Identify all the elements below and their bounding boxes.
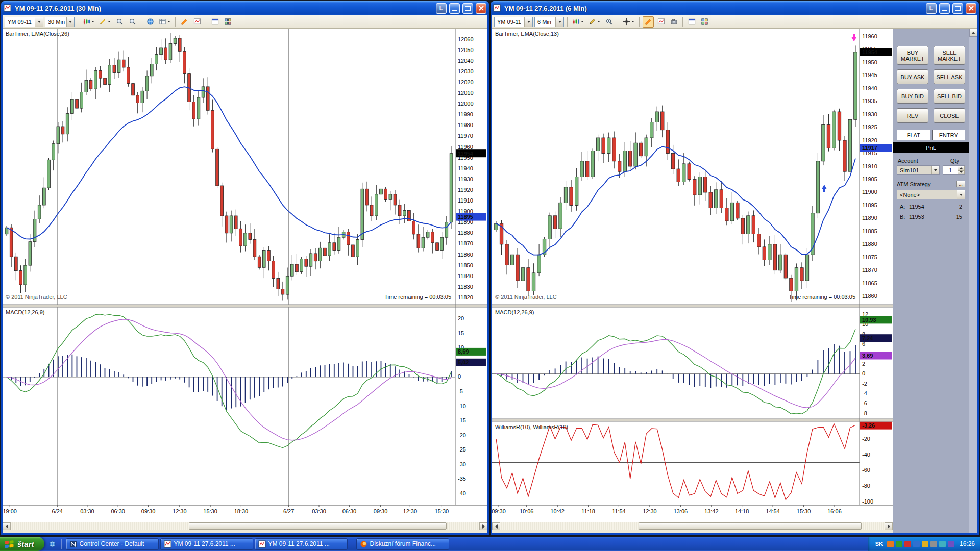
grid-button[interactable] bbox=[222, 16, 233, 28]
qty-increment-button[interactable] bbox=[958, 166, 965, 170]
chart-plot-area[interactable]: 1182011830118401185011860118701188011890… bbox=[3, 29, 487, 522]
scrollbar-thumb[interactable] bbox=[639, 522, 862, 530]
link-window-button[interactable]: L bbox=[436, 3, 447, 14]
panel-layout-button[interactable] bbox=[209, 16, 220, 28]
candle-down bbox=[639, 143, 643, 156]
maximize-button[interactable] bbox=[462, 3, 473, 14]
scrollbar-track[interactable] bbox=[500, 522, 885, 530]
sell-bid-button[interactable]: SELL BID bbox=[934, 89, 965, 104]
language-indicator[interactable]: SK bbox=[873, 540, 885, 548]
entry-indicator[interactable]: ENTRY bbox=[932, 130, 966, 140]
browser-quick-launch-icon[interactable] bbox=[48, 540, 56, 548]
task-button[interactable]: YM 09-11 27.6.2011 ... bbox=[160, 538, 253, 550]
scrollbar-thumb[interactable] bbox=[189, 522, 447, 530]
horizontal-scrollbar[interactable] bbox=[3, 522, 487, 530]
chart-style-button[interactable] bbox=[571, 16, 585, 28]
start-button[interactable]: štart bbox=[0, 537, 44, 551]
display-tray-icon[interactable] bbox=[939, 541, 946, 547]
candle-up bbox=[634, 143, 638, 166]
panel-splitter[interactable] bbox=[492, 419, 893, 421]
chart-plot-area[interactable]: 1186011865118701187511880118851189011895… bbox=[492, 29, 893, 522]
panel-layout-button[interactable] bbox=[686, 16, 697, 28]
chevron-down-icon[interactable] bbox=[957, 190, 965, 199]
sell-ask-button[interactable]: SELL ASK bbox=[934, 69, 965, 84]
flat-indicator[interactable]: FLAT bbox=[897, 130, 930, 140]
reverse-button[interactable]: REV bbox=[897, 108, 928, 123]
task-button[interactable]: Control Center - Default bbox=[66, 538, 159, 550]
candle-up bbox=[286, 276, 289, 294]
instrument-selector[interactable]: YM 09-11 bbox=[494, 17, 533, 27]
buy-ask-button[interactable]: BUY ASK bbox=[897, 69, 928, 84]
task-button[interactable]: Diskuzní fórum Financ... bbox=[356, 538, 449, 550]
drawing-tools-button[interactable] bbox=[97, 16, 112, 28]
mini-chart-button[interactable] bbox=[191, 16, 203, 28]
chevron-down-icon[interactable] bbox=[66, 17, 74, 27]
chevron-down-icon[interactable] bbox=[597, 21, 600, 22]
atm-strategy-select[interactable]: <None> bbox=[897, 190, 965, 199]
chevron-down-icon[interactable] bbox=[524, 17, 532, 27]
chart-style-button[interactable] bbox=[81, 16, 96, 28]
window-titlebar[interactable]: YM 09-11 27.6.2011 (30 Min) L bbox=[1, 1, 489, 15]
window-titlebar[interactable]: YM 09-11 27.6.2011 (6 Min) L bbox=[491, 1, 979, 15]
panel-vertical-scrollbar[interactable] bbox=[969, 29, 977, 533]
chevron-down-icon[interactable] bbox=[931, 166, 939, 174]
chevron-down-icon[interactable] bbox=[35, 17, 43, 27]
zoom-out-button[interactable] bbox=[127, 16, 138, 28]
chevron-down-icon[interactable] bbox=[108, 21, 111, 22]
scroll-left-button[interactable] bbox=[492, 522, 500, 530]
candle-up bbox=[747, 216, 750, 234]
drawing-tools-button[interactable] bbox=[587, 16, 602, 28]
network-tray-icon[interactable] bbox=[913, 541, 920, 547]
volume-tray-icon[interactable] bbox=[922, 541, 928, 547]
horizontal-scrollbar[interactable] bbox=[492, 522, 893, 530]
marker-tool-button[interactable] bbox=[179, 16, 190, 28]
snapshot-button[interactable] bbox=[668, 16, 679, 28]
chevron-down-icon[interactable] bbox=[91, 21, 94, 22]
candle-down bbox=[516, 255, 520, 281]
indicators-button[interactable] bbox=[157, 16, 172, 28]
interval-selector[interactable]: 6 Min bbox=[534, 17, 564, 27]
close-button[interactable] bbox=[476, 3, 486, 14]
scrollbar-track[interactable] bbox=[11, 522, 479, 530]
panel-splitter[interactable] bbox=[3, 305, 487, 307]
zoom-in-button[interactable] bbox=[114, 16, 125, 28]
panel-splitter[interactable] bbox=[492, 305, 893, 307]
close-button[interactable] bbox=[966, 3, 976, 14]
qty-decrement-button[interactable] bbox=[958, 170, 965, 175]
macd-axis-label: -6 bbox=[862, 400, 867, 406]
marker-tool-button[interactable] bbox=[643, 16, 654, 28]
chevron-down-icon[interactable] bbox=[555, 17, 564, 27]
grid-button[interactable] bbox=[699, 16, 710, 28]
minimize-button[interactable] bbox=[449, 3, 460, 14]
zoom-in-button[interactable] bbox=[603, 16, 615, 28]
account-select[interactable]: Sim101 bbox=[897, 165, 940, 175]
scroll-right-button[interactable] bbox=[885, 522, 893, 530]
task-button[interactable]: YM 09-11 27.6.2011 ... bbox=[255, 538, 348, 550]
close-position-button[interactable]: CLOSE bbox=[934, 108, 965, 123]
candle-up bbox=[202, 87, 205, 97]
ninjatrader-tray-icon[interactable] bbox=[887, 541, 894, 547]
qty-input[interactable]: 1 bbox=[943, 165, 965, 175]
mini-chart-button[interactable] bbox=[655, 16, 667, 28]
chevron-down-icon[interactable] bbox=[581, 21, 584, 22]
scroll-left-button[interactable] bbox=[3, 522, 11, 530]
scroll-up-button[interactable] bbox=[969, 29, 977, 37]
usb-tray-icon[interactable] bbox=[930, 541, 937, 547]
sell-market-button[interactable]: SELL MARKET bbox=[934, 46, 965, 65]
chevron-down-icon[interactable] bbox=[631, 21, 634, 22]
interval-selector[interactable]: 30 Min bbox=[45, 17, 75, 27]
buy-bid-button[interactable]: BUY BID bbox=[897, 89, 928, 104]
atm-options-button[interactable]: ... bbox=[956, 181, 965, 187]
maximize-button[interactable] bbox=[952, 3, 963, 14]
data-series-button[interactable] bbox=[144, 16, 156, 28]
buy-market-button[interactable]: BUY MARKET bbox=[897, 46, 928, 65]
scroll-right-button[interactable] bbox=[479, 522, 487, 530]
crosshair-button[interactable] bbox=[621, 16, 636, 28]
messenger-tray-icon[interactable] bbox=[896, 541, 902, 547]
update-tray-icon[interactable] bbox=[948, 541, 954, 547]
instrument-selector[interactable]: YM 09-11 bbox=[5, 17, 43, 27]
link-window-button[interactable]: L bbox=[926, 3, 937, 14]
minimize-button[interactable] bbox=[939, 3, 950, 14]
antivirus-tray-icon[interactable] bbox=[904, 541, 911, 547]
chevron-down-icon[interactable] bbox=[167, 21, 170, 22]
